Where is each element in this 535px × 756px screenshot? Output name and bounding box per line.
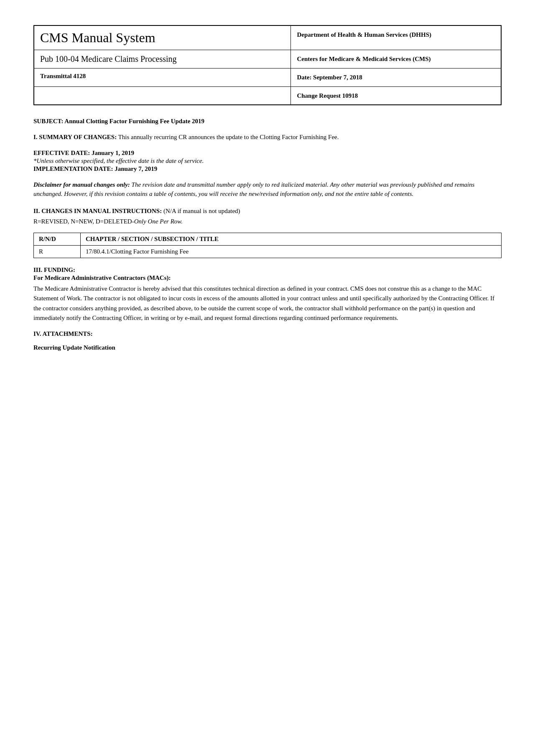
subject-line: SUBJECT: Annual Clotting Factor Furnishi… <box>33 118 502 125</box>
centers-label: Centers for Medicare & Medicaid Services… <box>291 50 501 68</box>
changes-header-note: (N/A if manual is not updated) <box>163 208 240 214</box>
impl-label: IMPLEMENTATION DATE: <box>33 165 113 172</box>
table-row: R17/80.4.1/Clotting Factor Furnishing Fe… <box>34 246 502 258</box>
empty-cell <box>34 86 291 105</box>
changes-header: II. CHANGES IN MANUAL INSTRUCTIONS: (N/A… <box>33 206 502 216</box>
disclaimer-label: Disclaimer for manual changes only: <box>33 181 130 188</box>
effective-note: *Unless otherwise specified, the effecti… <box>33 157 502 165</box>
funding-body: The Medicare Administrative Contractor i… <box>33 284 502 323</box>
change-request-label: Change Request 10918 <box>291 86 501 105</box>
header-table: CMS Manual System Department of Health &… <box>33 25 502 105</box>
col-rnd-header: R/N/D <box>34 233 81 246</box>
transmittal-label: Transmittal 4128 <box>34 68 291 87</box>
summary-line: I. SUMMARY OF CHANGES: This annually rec… <box>33 132 502 142</box>
attachments-section: IV. ATTACHMENTS: Recurring Update Notifi… <box>33 330 502 351</box>
summary-text: This annually recurring CR announces the… <box>118 134 339 140</box>
changes-sub: R=REVISED, N=NEW, D=DELETED-Only One Per… <box>33 218 502 225</box>
impl-date-line: IMPLEMENTATION DATE: January 7, 2019 <box>33 165 502 173</box>
effective-date-value: January 1, 2019 <box>92 150 134 156</box>
funding-section: III. FUNDING: For Medicare Administrativ… <box>33 266 502 323</box>
dept-label: Department of Health & Human Services (D… <box>291 25 501 50</box>
effective-label: EFFECTIVE DATE: <box>33 150 90 156</box>
date-label: Date: September 7, 2018 <box>291 68 501 87</box>
changes-sub-text: R=REVISED, N=NEW, D=DELETED- <box>33 218 134 225</box>
effective-date-line: EFFECTIVE DATE: January 1, 2019 <box>33 150 502 157</box>
subject-label: SUBJECT: <box>33 118 63 124</box>
recurring-update: Recurring Update Notification <box>33 344 502 351</box>
pub-label: Pub 100-04 Medicare Claims Processing <box>34 50 291 68</box>
changes-header-label: II. CHANGES IN MANUAL INSTRUCTIONS: <box>33 208 162 214</box>
chapter-cell: 17/80.4.1/Clotting Factor Furnishing Fee <box>80 246 501 258</box>
changes-sub-italic: Only One Per Row. <box>134 218 183 225</box>
subject-text: Annual Clotting Factor Furnishing Fee Up… <box>64 118 204 124</box>
funding-subtitle: For Medicare Administrative Contractors … <box>33 274 502 282</box>
cms-title: CMS Manual System <box>34 25 291 50</box>
disclaimer-section: Disclaimer for manual changes only: The … <box>33 180 502 199</box>
rnd-cell: R <box>34 246 81 258</box>
subject-section: SUBJECT: Annual Clotting Factor Furnishi… <box>33 118 502 125</box>
impl-date-value: January 7, 2019 <box>115 165 157 172</box>
summary-label: I. SUMMARY OF CHANGES: <box>33 134 117 140</box>
summary-section: I. SUMMARY OF CHANGES: This annually rec… <box>33 132 502 142</box>
funding-title: III. FUNDING: <box>33 266 502 274</box>
changes-table: R/N/D CHAPTER / SECTION / SUBSECTION / T… <box>33 233 502 258</box>
attachments-title: IV. ATTACHMENTS: <box>33 330 502 337</box>
col-chapter-header: CHAPTER / SECTION / SUBSECTION / TITLE <box>80 233 501 246</box>
changes-section: II. CHANGES IN MANUAL INSTRUCTIONS: (N/A… <box>33 206 502 226</box>
changes-table-header-row: R/N/D CHAPTER / SECTION / SUBSECTION / T… <box>34 233 502 246</box>
disclaimer-text: Disclaimer for manual changes only: The … <box>33 180 502 199</box>
effective-section: EFFECTIVE DATE: January 1, 2019 *Unless … <box>33 150 502 173</box>
